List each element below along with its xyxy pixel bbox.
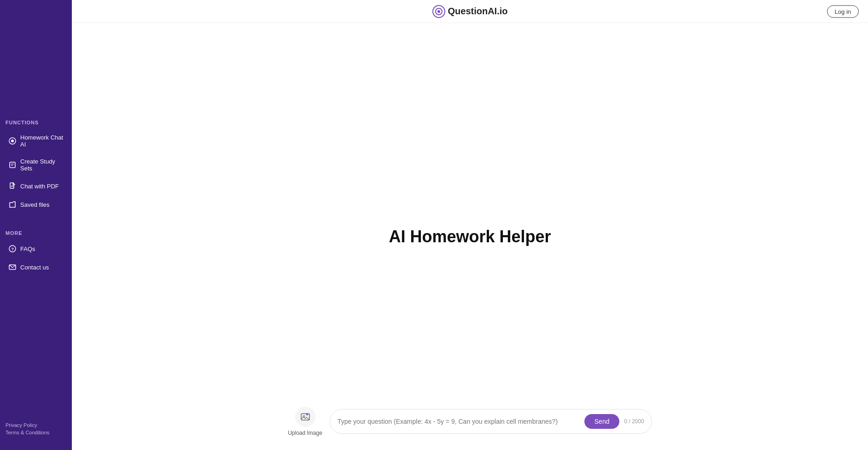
pdf-icon — [8, 182, 17, 190]
sidebar-item-faqs[interactable]: ? FAQs — [3, 240, 69, 257]
chat-icon — [8, 137, 17, 145]
svg-point-1 — [11, 140, 14, 142]
upload-label: Upload Image — [288, 430, 322, 436]
login-button[interactable]: Log in — [827, 5, 859, 18]
sidebar-item-label-saved-files: Saved files — [20, 201, 50, 208]
sidebar: FUNCTIONS Homework Chat AI Create Study … — [0, 0, 72, 450]
upload-image-button[interactable]: Upload Image — [288, 407, 322, 436]
input-area: Upload Image Send 0 / 2000 — [72, 397, 868, 450]
svg-rect-2 — [10, 162, 15, 168]
svg-point-13 — [437, 10, 440, 13]
logo: QuestionAI.io — [432, 5, 508, 18]
main-area: QuestionAI.io Log in AI Homework Helper … — [72, 0, 868, 450]
privacy-policy-link[interactable]: Privacy Policy — [6, 421, 66, 429]
more-section-label: MORE — [0, 221, 72, 240]
contact-icon — [8, 263, 17, 271]
sidebar-item-label-chat-with-pdf: Chat with PDF — [20, 183, 59, 190]
study-sets-icon — [8, 161, 17, 169]
page-title: AI Homework Helper — [389, 227, 551, 246]
terms-conditions-link[interactable]: Terms & Conditions — [6, 429, 66, 436]
sidebar-item-label-contact-us: Contact us — [20, 264, 49, 271]
question-input[interactable] — [338, 418, 580, 425]
sidebar-item-chat-with-pdf[interactable]: Chat with PDF — [3, 177, 69, 195]
sidebar-item-homework-chat[interactable]: Homework Chat AI — [3, 129, 69, 152]
sidebar-item-label-faqs: FAQs — [20, 245, 35, 252]
sidebar-item-label-create-study-sets: Create Study Sets — [20, 158, 64, 172]
main-content: AI Homework Helper Upload Image Send 0 /… — [72, 23, 868, 450]
sidebar-item-label-homework-chat: Homework Chat AI — [20, 134, 64, 148]
svg-text:?: ? — [12, 247, 14, 251]
sidebar-item-create-study-sets[interactable]: Create Study Sets — [3, 153, 69, 176]
logo-text: QuestionAI.io — [448, 6, 508, 17]
char-count: 0 / 2000 — [624, 418, 644, 425]
send-button[interactable]: Send — [584, 414, 620, 429]
logo-icon — [432, 5, 445, 18]
sidebar-footer: Privacy Policy Terms & Conditions — [0, 417, 72, 441]
header: QuestionAI.io Log in — [72, 0, 868, 23]
saved-files-icon — [8, 200, 17, 209]
functions-section-label: FUNCTIONS — [0, 111, 72, 129]
sidebar-item-saved-files[interactable]: Saved files — [3, 196, 69, 213]
faqs-icon: ? — [8, 245, 17, 253]
sidebar-item-contact-us[interactable]: Contact us — [3, 258, 69, 276]
upload-icon — [300, 412, 310, 422]
upload-icon-circle — [295, 407, 315, 427]
question-input-container: Send 0 / 2000 — [330, 409, 652, 434]
